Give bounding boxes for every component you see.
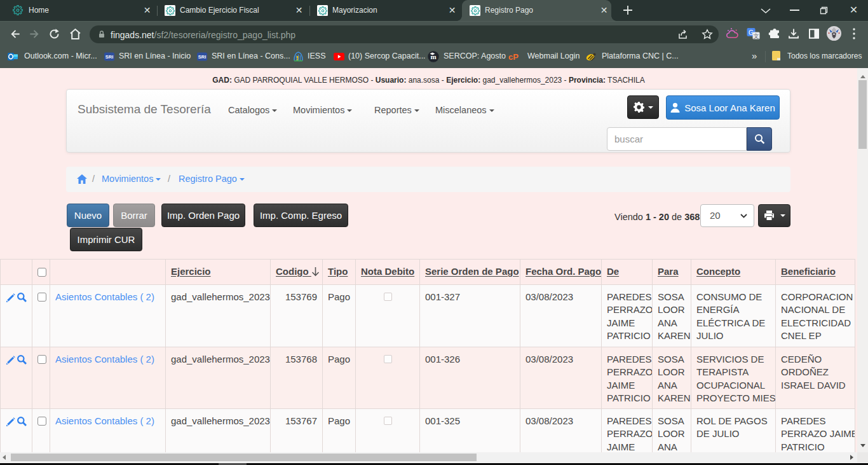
svg-text:cP: cP bbox=[508, 52, 519, 61]
svg-text:SRI: SRI bbox=[198, 54, 207, 60]
svg-text:文: 文 bbox=[754, 33, 759, 39]
svg-text:SRI: SRI bbox=[105, 54, 114, 60]
